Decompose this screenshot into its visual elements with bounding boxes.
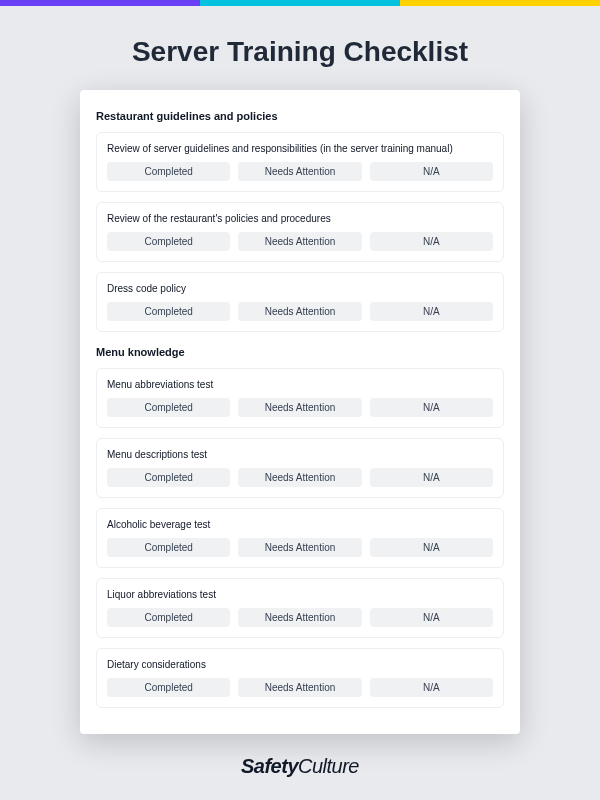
section-title-menu: Menu knowledge <box>96 346 504 358</box>
item-label: Review of server guidelines and responsi… <box>107 143 493 154</box>
item-label: Dietary considerations <box>107 659 493 670</box>
option-na[interactable]: N/A <box>370 678 493 697</box>
option-completed[interactable]: Completed <box>107 162 230 181</box>
checklist-item: Alcoholic beverage test Completed Needs … <box>96 508 504 568</box>
option-needs-attention[interactable]: Needs Attention <box>238 232 361 251</box>
options-row: Completed Needs Attention N/A <box>107 608 493 627</box>
option-needs-attention[interactable]: Needs Attention <box>238 162 361 181</box>
option-completed[interactable]: Completed <box>107 608 230 627</box>
brand-bold: Safety <box>241 755 298 777</box>
top-accent-stripe <box>0 0 600 6</box>
option-needs-attention[interactable]: Needs Attention <box>238 538 361 557</box>
option-na[interactable]: N/A <box>370 398 493 417</box>
section-title-guidelines: Restaurant guidelines and policies <box>96 110 504 122</box>
option-na[interactable]: N/A <box>370 538 493 557</box>
option-needs-attention[interactable]: Needs Attention <box>238 468 361 487</box>
item-label: Menu abbreviations test <box>107 379 493 390</box>
option-na[interactable]: N/A <box>370 608 493 627</box>
options-row: Completed Needs Attention N/A <box>107 162 493 181</box>
option-completed[interactable]: Completed <box>107 678 230 697</box>
item-label: Liquor abbreviations test <box>107 589 493 600</box>
stripe-yellow <box>400 0 600 6</box>
option-na[interactable]: N/A <box>370 468 493 487</box>
option-na[interactable]: N/A <box>370 162 493 181</box>
checklist-item: Review of the restaurant's policies and … <box>96 202 504 262</box>
option-needs-attention[interactable]: Needs Attention <box>238 608 361 627</box>
option-needs-attention[interactable]: Needs Attention <box>238 678 361 697</box>
brand-light: Culture <box>298 755 359 777</box>
stripe-cyan <box>200 0 400 6</box>
options-row: Completed Needs Attention N/A <box>107 398 493 417</box>
options-row: Completed Needs Attention N/A <box>107 538 493 557</box>
item-label: Menu descriptions test <box>107 449 493 460</box>
checklist-item: Menu descriptions test Completed Needs A… <box>96 438 504 498</box>
item-label: Dress code policy <box>107 283 493 294</box>
option-completed[interactable]: Completed <box>107 302 230 321</box>
option-completed[interactable]: Completed <box>107 398 230 417</box>
option-needs-attention[interactable]: Needs Attention <box>238 302 361 321</box>
option-completed[interactable]: Completed <box>107 468 230 487</box>
option-needs-attention[interactable]: Needs Attention <box>238 398 361 417</box>
option-na[interactable]: N/A <box>370 232 493 251</box>
item-label: Review of the restaurant's policies and … <box>107 213 493 224</box>
checklist-item: Dietary considerations Completed Needs A… <box>96 648 504 708</box>
checklist-item: Dress code policy Completed Needs Attent… <box>96 272 504 332</box>
checklist-card: Restaurant guidelines and policies Revie… <box>80 90 520 734</box>
checklist-item: Review of server guidelines and responsi… <box>96 132 504 192</box>
checklist-item: Liquor abbreviations test Completed Need… <box>96 578 504 638</box>
page-title: Server Training Checklist <box>0 36 600 68</box>
item-label: Alcoholic beverage test <box>107 519 493 530</box>
options-row: Completed Needs Attention N/A <box>107 678 493 697</box>
option-completed[interactable]: Completed <box>107 538 230 557</box>
stripe-purple <box>0 0 200 6</box>
footer-brand-logo: SafetyCulture <box>0 755 600 778</box>
option-completed[interactable]: Completed <box>107 232 230 251</box>
options-row: Completed Needs Attention N/A <box>107 232 493 251</box>
option-na[interactable]: N/A <box>370 302 493 321</box>
checklist-item: Menu abbreviations test Completed Needs … <box>96 368 504 428</box>
options-row: Completed Needs Attention N/A <box>107 468 493 487</box>
options-row: Completed Needs Attention N/A <box>107 302 493 321</box>
